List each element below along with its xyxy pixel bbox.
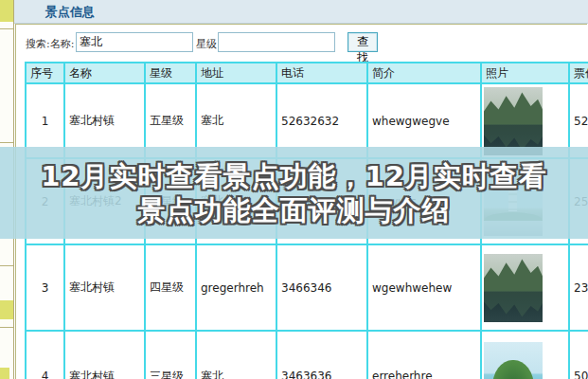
search-name-input[interactable] [76, 32, 193, 52]
cell-address: gregerhreh [196, 244, 276, 331]
column-header-2: 星级 [145, 63, 196, 83]
column-header-6: 照片 [481, 63, 569, 83]
table-row: 3塞北村镇四星级gregerhreh3466346wgewhwehew235 [26, 244, 588, 331]
cell-star: 三星级 [145, 331, 196, 379]
cell-phone: 3463636 [276, 331, 367, 379]
scenic-photo-mountain-lake [484, 87, 543, 155]
cell-no: 4 [26, 331, 64, 379]
banner-headline-line1: 12月实时查看景点功能，12月实时查看 [41, 159, 547, 193]
photo-cell [481, 331, 569, 379]
title-bar: 景点信息 [14, 0, 588, 24]
table-header-row: 序号名称星级地址电话简介照片票价 [26, 63, 588, 83]
column-header-1: 名称 [64, 63, 145, 83]
cell-name: 塞北村镇 [64, 244, 145, 331]
column-header-0: 序号 [26, 63, 64, 83]
cell-price: 50 [569, 331, 588, 379]
cell-address: 塞北 [196, 331, 276, 379]
cell-phone: 3466346 [276, 244, 367, 331]
photo-cell [481, 244, 569, 331]
banner-overlay: 12月实时查看景点功能，12月实时查看 景点功能全面评测与介绍 [0, 147, 588, 239]
column-header-5: 简介 [367, 63, 481, 83]
sidebar-accent-block [0, 300, 13, 319]
cell-price: 235 [569, 244, 588, 331]
search-star-label: 星级 [196, 37, 217, 51]
sidebar-divider [0, 265, 13, 266]
sidebar-divider [0, 142, 13, 143]
cell-name: 塞北村镇 [64, 331, 145, 379]
sidebar-accent-block [0, 368, 9, 379]
column-header-3: 地址 [196, 63, 276, 83]
column-header-7: 票价 [569, 63, 588, 83]
find-button[interactable]: 查找 [347, 32, 378, 52]
sidebar-divider [0, 327, 13, 328]
scenic-photo-mountain-lake [484, 254, 543, 322]
sidebar-divider [0, 28, 13, 29]
page-title: 景点信息 [45, 4, 95, 21]
cell-intro: wgewhwehew [367, 244, 481, 331]
cell-star: 四星级 [145, 244, 196, 331]
search-name-label: 搜索:名称: [26, 37, 74, 51]
cell-no: 3 [26, 244, 64, 331]
cell-intro: erreherhre [367, 331, 481, 379]
table-row: 4塞北村镇三星级塞北3463636erreherhre50 [26, 331, 588, 379]
column-header-4: 电话 [276, 63, 367, 83]
scenic-photo-island [484, 342, 543, 379]
search-star-input[interactable] [218, 32, 335, 52]
sidebar-accent-block [0, 0, 13, 22]
banner-headline-line2: 景点功能全面评测与介绍 [138, 193, 451, 227]
